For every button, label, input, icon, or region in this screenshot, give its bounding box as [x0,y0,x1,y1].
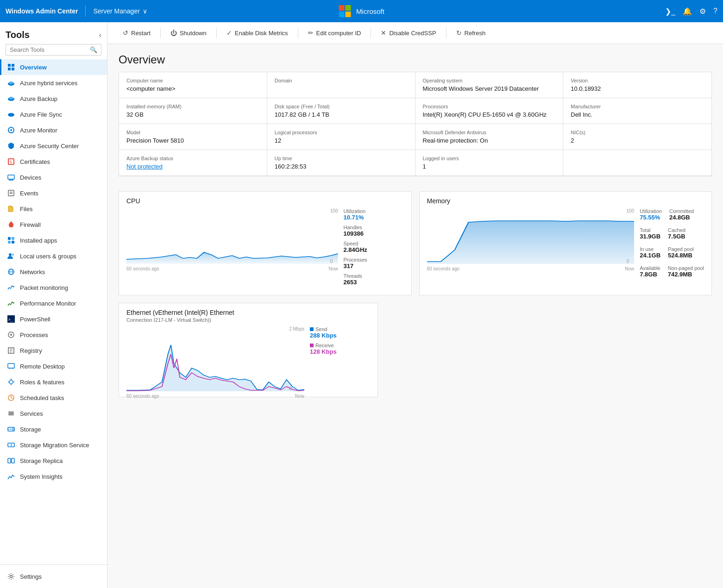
sidebar-item-processes[interactable]: Processes [0,327,107,343]
info-value-0-0: <computer name> [126,85,259,92]
sidebar-search-container: 🔍 [6,44,101,56]
memory-stat-2: Total 31.9GB [640,227,660,240]
memory-stat-label-0: Utilization [640,208,662,214]
info-value-3-0[interactable]: Not protected [126,163,259,170]
storage-replica-icon [7,457,15,465]
sidebar-item-azure-file-sync[interactable]: Azure File Sync [0,106,107,122]
info-cell-2-2: Microsoft Defender AntivirusReal-time pr… [415,124,564,150]
storage-migration-icon [7,441,15,449]
azure-hybrid-icon [7,79,15,87]
azure-security-icon [7,142,15,150]
sidebar-item-system-insights[interactable]: System Insights [0,469,107,484]
info-cell-1-0: Installed memory (RAM)32 GB [119,98,267,124]
memory-chart-title: Memory [427,197,704,205]
sidebar-label-storage-migration: Storage Migration Service [20,442,89,449]
sidebar-item-overview[interactable]: Overview [0,59,107,75]
toolbar-divider [371,27,371,38]
info-value-0-2: Microsoft Windows Server 2019 Datacenter [423,85,556,92]
sidebar-item-azure-hybrid[interactable]: Azure hybrid services [0,75,107,91]
memory-stat-value-1: 24.8GB [669,214,694,221]
svg-point-5 [9,81,13,84]
networks-icon [7,268,15,276]
sidebar-item-scheduled-tasks[interactable]: Scheduled tasks [0,390,107,406]
svg-point-58 [10,575,13,578]
info-label-3-0: Azure Backup status [126,156,259,161]
memory-stat-value-5: 524.8MB [668,252,694,259]
memory-stat-5: Paged pool 524.8MB [668,246,694,259]
certificates-icon: C [7,157,15,166]
terminal-icon[interactable]: ❯_ [665,7,675,16]
sidebar-label-azure-security: Azure Security Center [20,143,79,150]
svg-point-32 [10,334,12,336]
sidebar-item-roles-features[interactable]: Roles & features [0,374,107,390]
top-nav: Windows Admin Center Server Manager ∨ Mi… [0,0,723,22]
sidebar-nav: Overview Azure hybrid services Azure Bac… [0,59,107,564]
sidebar-header: Tools ‹ [0,22,107,44]
sidebar-item-packet-monitoring[interactable]: Packet monitoring [0,280,107,295]
sidebar-item-local-users[interactable]: Local users & groups [0,248,107,264]
sidebar-item-storage[interactable]: Storage [0,421,107,437]
svg-rect-17 [8,190,14,196]
info-cell-1-2: ProcessorsIntel(R) Xeon(R) CPU E5-1650 v… [415,98,564,124]
sidebar-item-settings[interactable]: Settings [6,569,101,584]
memory-time-labels: 60 seconds ago Now [427,266,635,271]
sidebar-item-installed-apps[interactable]: Installed apps [0,232,107,248]
cpu-stat-1: Handles 109386 [344,225,404,237]
help-icon[interactable]: ? [713,7,717,15]
info-label-2-0: Model [126,130,259,135]
sidebar-item-certificates[interactable]: C Certificates [0,154,107,169]
logo-yellow [345,12,351,17]
info-value-1-0: 32 GB [126,111,259,118]
memory-stat-row-2: Total 31.9GBCached 7.5GB [640,227,704,244]
info-cell-2-1: Logical processors12 [267,124,415,150]
sidebar-item-powershell[interactable]: >_ PowerShell [0,311,107,327]
sidebar-collapse-button[interactable]: ‹ [99,31,101,39]
sidebar-item-performance-monitor[interactable]: Performance Monitor [0,295,107,311]
toolbar-divider [298,27,298,38]
sidebar-item-events[interactable]: Events [0,185,107,201]
info-label-3-1: Up time [275,156,408,161]
server-manager-dropdown[interactable]: Server Manager ∨ [93,7,147,15]
sidebar-item-registry[interactable]: Registry [0,343,107,358]
page-title: Overview [119,53,712,66]
network-legend-1 [310,344,314,347]
sidebar-item-services[interactable]: Services [0,406,107,421]
sidebar-item-firewall[interactable]: Firewall [0,217,107,232]
overview-info-section: Computer name<computer name>DomainOperat… [107,72,723,191]
network-y-labels: 2 Mbps 0 [289,326,304,391]
firewall-icon [7,220,15,229]
info-cell-0-3: Version10.0.18932 [563,72,711,98]
svg-rect-37 [8,363,14,368]
info-cell-1-3: ManufacturerDell Inc. [563,98,711,124]
edit-computer-id-button[interactable]: ✏Edit computer ID [302,26,367,40]
disable-credssp-button[interactable]: ✕Disable CredSSP [375,26,442,40]
sidebar-label-settings: Settings [20,573,42,580]
sidebar-label-storage: Storage [20,426,41,433]
network-time-labels: 60 seconds ago Now [126,394,304,399]
sidebar-label-roles-features: Roles & features [20,379,64,386]
sidebar-item-files[interactable]: Files [0,201,107,217]
sidebar-item-azure-backup[interactable]: Azure Backup [0,91,107,106]
sidebar-item-azure-security[interactable]: Azure Security Center [0,138,107,154]
memory-stat-4: In use 24.1GB [640,246,660,259]
enable-disk-metrics-button[interactable]: ✓Enable Disk Metrics [220,26,294,40]
info-cell-3-0: Azure Backup statusNot protected [119,150,267,176]
network-stat-label-1: Receive [310,343,370,348]
sidebar-item-azure-monitor[interactable]: Azure Monitor [0,122,107,138]
restart-button[interactable]: ↺Restart [117,26,157,40]
svg-rect-1 [12,64,14,67]
network-stat-1: Receive 128 Kbps [310,343,370,355]
notification-icon[interactable]: 🔔 [683,7,692,16]
search-input[interactable] [10,46,90,53]
refresh-button[interactable]: ↻Refresh [450,26,492,40]
memory-stat-value-3: 7.5GB [668,233,685,240]
sidebar-item-storage-replica[interactable]: Storage Replica [0,453,107,469]
sidebar-item-devices[interactable]: Devices [0,169,107,185]
sidebar-item-storage-migration[interactable]: Storage Migration Service [0,437,107,453]
sidebar-item-networks[interactable]: Networks [0,264,107,280]
shutdown-button[interactable]: ⏻Shutdown [164,26,213,40]
svg-rect-3 [12,68,14,70]
settings-icon[interactable]: ⚙ [699,7,706,16]
info-value-1-1: 1017.82 GB / 1.4 TB [275,111,408,118]
sidebar-item-remote-desktop[interactable]: Remote Desktop [0,358,107,374]
